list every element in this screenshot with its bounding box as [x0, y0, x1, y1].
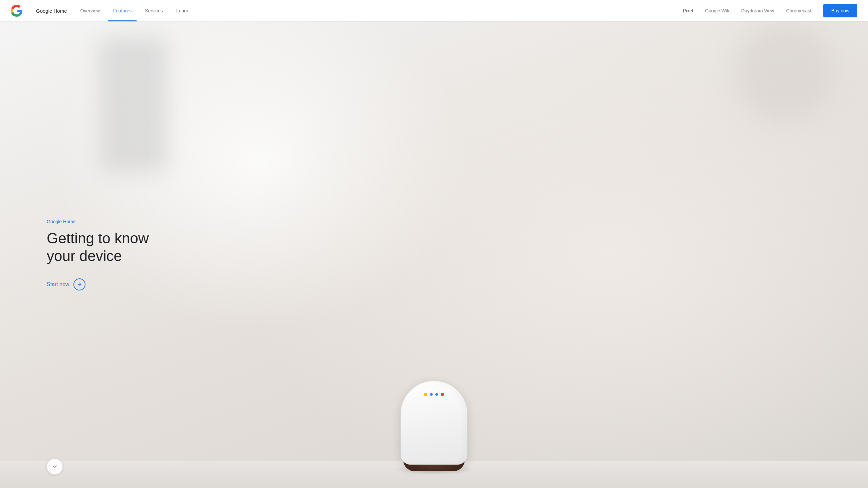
- hero-title: Getting to know your device: [47, 230, 160, 265]
- scroll-down-button[interactable]: [47, 459, 63, 475]
- bg-blur-left: [100, 38, 167, 172]
- bg-blur-right: [735, 21, 835, 122]
- nav-left: Google Home Overview Features Services L…: [31, 0, 194, 21]
- device-illustration: [377, 361, 491, 488]
- led-yellow: [424, 393, 427, 396]
- nav-item-google-wifi[interactable]: Google Wifi: [700, 0, 735, 21]
- led-blue-2: [435, 393, 438, 396]
- google-home-device: [397, 361, 471, 488]
- device-leds: [424, 393, 444, 396]
- google-logo[interactable]: [11, 5, 23, 17]
- arrow-circle-icon: [73, 279, 86, 290]
- hero-content: Google Home Getting to know your device …: [0, 219, 160, 290]
- hero-section: Google Home Getting to know your device …: [0, 21, 868, 488]
- buy-now-button[interactable]: Buy now: [823, 4, 857, 18]
- nav-brand[interactable]: Google Home: [31, 0, 72, 21]
- nav-item-overview[interactable]: Overview: [75, 0, 105, 21]
- start-now-link[interactable]: Start now: [47, 279, 160, 290]
- nav-item-learn[interactable]: Learn: [171, 0, 194, 21]
- nav-right: Pixel Google Wifi Daydream View Chromeca…: [678, 0, 857, 21]
- nav-item-chromecast[interactable]: Chromecast: [781, 0, 816, 21]
- chevron-down-icon: [52, 463, 58, 470]
- start-now-label: Start now: [47, 282, 69, 287]
- led-red: [441, 393, 444, 396]
- nav-item-pixel[interactable]: Pixel: [678, 0, 699, 21]
- nav-item-daydream-view[interactable]: Daydream View: [736, 0, 779, 21]
- nav-item-features[interactable]: Features: [108, 0, 137, 21]
- navigation: Google Home Overview Features Services L…: [0, 0, 868, 21]
- led-blue: [430, 393, 433, 396]
- device-body: [401, 381, 467, 465]
- hero-label: Google Home: [47, 219, 160, 224]
- nav-item-services[interactable]: Services: [140, 0, 168, 21]
